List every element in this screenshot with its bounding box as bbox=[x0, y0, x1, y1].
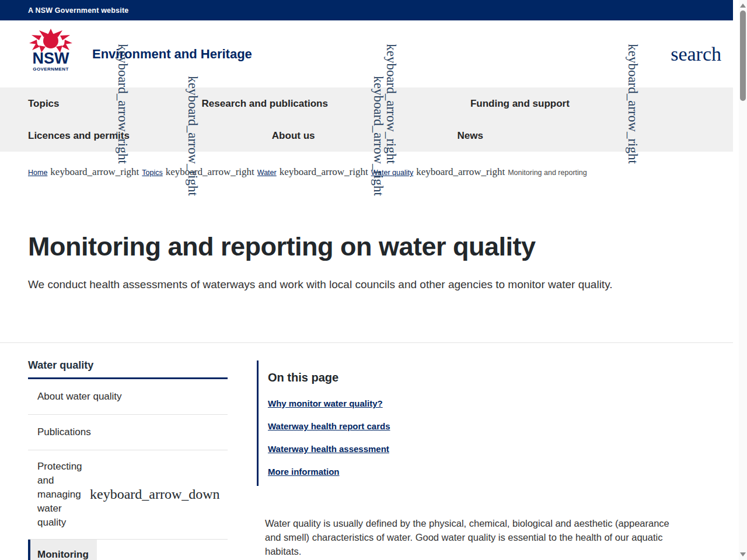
scrollbar-thumb[interactable] bbox=[740, 10, 746, 101]
keyboard-arrow-right-icon: keyboard_arrow_right bbox=[280, 166, 368, 178]
nsw-government-logo[interactable]: NSW GOVERNMENT bbox=[28, 29, 74, 80]
sidebar-heading: Water quality bbox=[28, 359, 228, 379]
on-this-page-box: On this page Why monitor water quality? … bbox=[257, 360, 705, 486]
body-paragraph: Water quality is usually defined by the … bbox=[265, 516, 680, 558]
nav-item-news[interactable]: News bbox=[458, 120, 491, 152]
section-sidebar: Water quality About water quality Public… bbox=[28, 359, 228, 560]
nav-item-topics[interactable]: Topics keyboard_arrow_right bbox=[28, 88, 193, 120]
sidebar-active-link[interactable]: Monitoring bbox=[28, 540, 97, 560]
logo-government-text: GOVERNMENT bbox=[33, 66, 68, 72]
primary-nav: Topics keyboard_arrow_right Research and… bbox=[0, 88, 733, 152]
nav-item-about-us[interactable]: About us keyboard_arrow_right bbox=[272, 120, 449, 152]
keyboard-arrow-right-icon: keyboard_arrow_right bbox=[113, 41, 131, 166]
breadcrumb-topics-link[interactable]: Topics bbox=[142, 169, 162, 177]
keyboard-arrow-right-icon: keyboard_arrow_right bbox=[416, 166, 505, 178]
main-area: Water quality About water quality Public… bbox=[0, 342, 733, 560]
sidebar-item-about-water-quality: About water quality bbox=[28, 379, 228, 415]
anchor-link-report-cards[interactable]: Waterway health report cards bbox=[268, 421, 390, 431]
page-intro: We conduct health assessments of waterwa… bbox=[28, 278, 705, 291]
sidebar-link[interactable]: About water quality bbox=[28, 379, 228, 414]
hero: Monitoring and reporting on water qualit… bbox=[0, 178, 733, 291]
keyboard-arrow-right-icon: keyboard_arrow_right bbox=[369, 73, 386, 198]
page-title: Monitoring and reporting on water qualit… bbox=[28, 232, 705, 262]
keyboard-arrow-right-icon: keyboard_arrow_right bbox=[166, 166, 254, 178]
anchor-link-more-information[interactable]: More information bbox=[268, 467, 340, 477]
search-icon[interactable]: search bbox=[671, 44, 721, 64]
logo-nsw-text: NSW bbox=[33, 50, 70, 67]
anchor-link-why-monitor[interactable]: Why monitor water quality? bbox=[268, 398, 383, 408]
nav-item-licences-and-permits[interactable]: Licences and permits keyboard_arrow_righ… bbox=[28, 120, 263, 152]
keyboard-arrow-right-icon: keyboard_arrow_right bbox=[183, 73, 201, 198]
anchor-link-health-assessment[interactable]: Waterway health assessment bbox=[268, 444, 389, 454]
keyboard-arrow-right-icon: keyboard_arrow_right bbox=[50, 166, 139, 178]
nav-item-research-and-publications[interactable]: Research and publications keyboard_arrow… bbox=[202, 88, 462, 120]
sidebar-item-protecting-and-managing: Protecting and managing water quality ke… bbox=[28, 450, 228, 540]
breadcrumb-water-link[interactable]: Water bbox=[257, 169, 277, 177]
scrollbar-down-arrow-icon[interactable] bbox=[740, 552, 746, 556]
nav-item-funding-and-support[interactable]: Funding and support keyboard_arrow_right bbox=[470, 88, 703, 120]
scrollbar[interactable] bbox=[739, 0, 747, 560]
on-this-page-heading: On this page bbox=[268, 371, 705, 384]
breadcrumb-current-page: Monitoring and reporting bbox=[508, 169, 587, 177]
keyboard-arrow-right-icon: keyboard_arrow_right bbox=[623, 41, 641, 166]
scrollbar-up-arrow-icon[interactable] bbox=[740, 4, 746, 8]
keyboard-arrow-down-icon: keyboard_arrow_down bbox=[90, 487, 220, 502]
sidebar-link[interactable]: Publications bbox=[28, 415, 228, 450]
breadcrumb-home-link[interactable]: Home bbox=[28, 169, 47, 177]
sidebar-link[interactable]: Protecting and managing water quality ke… bbox=[28, 450, 228, 539]
sidebar-item-publications: Publications bbox=[28, 415, 228, 450]
waratah-icon bbox=[29, 29, 72, 52]
page: A NSW Government website NSW GOVERNMENT … bbox=[0, 0, 733, 560]
government-banner: A NSW Government website bbox=[0, 0, 733, 20]
sidebar-item-monitoring: Monitoring bbox=[28, 540, 228, 560]
page-content: On this page Why monitor water quality? … bbox=[257, 359, 705, 560]
government-banner-text: A NSW Government website bbox=[28, 6, 128, 15]
